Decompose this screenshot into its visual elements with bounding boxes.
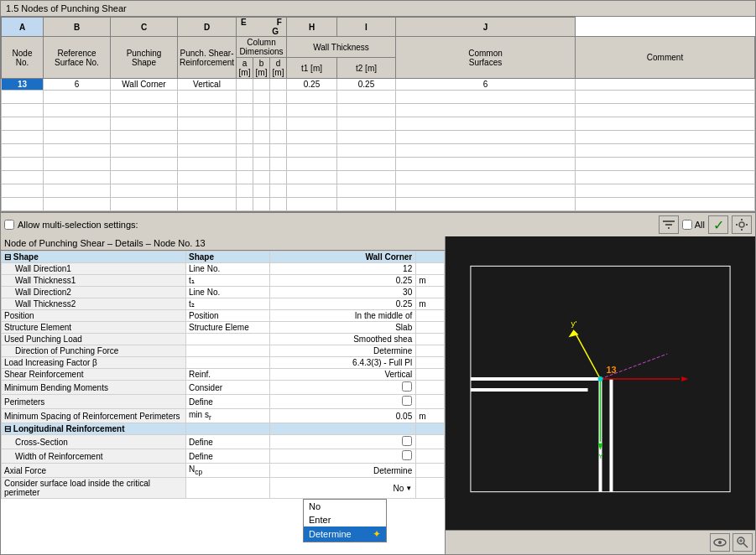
col2-width-reinf: Define	[186, 449, 270, 464]
cell-t2-m: 0.25	[337, 79, 396, 91]
empty-row-5	[2, 144, 755, 158]
header-ref-surface: ReferenceSurface No.	[44, 37, 111, 79]
val-wall-dir2: 30	[270, 287, 416, 298]
view-canvas: y' Y 13	[446, 236, 755, 530]
label-structure-element: Structure Element	[2, 322, 186, 334]
unit-punching-force	[416, 345, 445, 357]
col-e-letter: E F G	[237, 18, 287, 37]
svg-rect-7	[746, 224, 748, 226]
unit-punching-load	[416, 334, 445, 345]
val-shear-reinf: Vertical	[270, 369, 416, 381]
eye-icon	[713, 536, 727, 549]
col2-punching-force	[186, 345, 270, 357]
cell-ref-surface: 6	[44, 79, 111, 91]
row-min-spacing: Minimum Spacing of Reinforcement Perimet…	[2, 409, 445, 423]
unit-shear-reinf	[416, 369, 445, 381]
label-wall-thick1: Wall Thickness1	[2, 275, 186, 287]
label-surface-load: Consider surface load inside the critica…	[2, 478, 186, 499]
col2-wall-thick1: t₁	[186, 275, 270, 287]
details-table-container: ⊟ Shape Shape Wall Corner Wall Direction…	[1, 251, 445, 554]
zoom-button[interactable]	[733, 533, 753, 552]
section-long-reinf: ⊟ Longitudinal Reinforcement	[2, 423, 445, 435]
label-position: Position	[2, 310, 186, 322]
header-a-m: a [m]	[237, 58, 253, 79]
section-long-reinf-label: ⊟ Longitudinal Reinforcement	[2, 423, 186, 435]
row-load-factor: Load Increasing Factor β 6.4.3(3) - Full…	[2, 357, 445, 369]
unit-position	[416, 310, 445, 322]
multi-selection-label: Allow multi-selection settings:	[18, 220, 138, 230]
header-common-surfaces: CommonSurfaces	[396, 37, 576, 79]
label-min-bending: Minimum Bending Moments	[2, 381, 186, 395]
settings-button[interactable]	[732, 215, 752, 234]
label-wall-dir1: Wall Direction1	[2, 263, 186, 275]
header-b-m: b [m]	[253, 58, 270, 79]
svg-point-3	[739, 222, 744, 227]
window-title: 1.5 Nodes of Punching Shear	[6, 3, 127, 13]
header-d-m: d [m]	[270, 58, 287, 79]
eye-button[interactable]	[710, 533, 730, 552]
sparkle-icon: ✦	[373, 528, 381, 540]
width-reinf-checkbox[interactable]	[402, 450, 412, 460]
val-position: In the middle of	[270, 310, 416, 322]
section-shape-label: ⊟ Shape	[2, 252, 186, 263]
val-punching-force: Determine	[270, 345, 416, 357]
val-wall-dir1: 12	[270, 263, 416, 275]
unit-perimeters	[416, 395, 445, 409]
confirm-button[interactable]: ✓	[708, 215, 728, 234]
col-header-row: NodeNo. ReferenceSurface No. PunchingSha…	[2, 37, 755, 58]
dropdown-menu: No Enter Determine ✦	[303, 499, 387, 542]
unit-axial-force	[416, 464, 445, 478]
unit-wall-thick2: m	[416, 298, 445, 310]
cross-section-checkbox[interactable]	[402, 436, 412, 446]
col2-cross-section: Define	[186, 435, 270, 449]
min-bending-checkbox[interactable]	[402, 381, 412, 392]
col2-wall-dir2: Line No.	[186, 287, 270, 298]
all-checkbox[interactable]	[682, 220, 692, 230]
svg-text:13: 13	[606, 365, 616, 375]
empty-row-7	[2, 171, 755, 184]
view-panel: y' Y 13	[446, 236, 755, 554]
section-shape-col2: Shape	[186, 252, 270, 263]
svg-rect-2	[668, 227, 670, 229]
svg-rect-0	[663, 220, 675, 222]
filter-button[interactable]	[659, 215, 679, 234]
val-perimeters	[270, 395, 416, 409]
dropdown-option-no[interactable]: No	[304, 500, 386, 513]
dropdown-option-enter[interactable]: Enter	[304, 513, 386, 526]
row-structure-element: Structure Element Structure Eleme Slab	[2, 322, 445, 334]
label-punching-force: Direction of Punching Force	[2, 345, 186, 357]
row-wall-dir1: Wall Direction1 Line No. 12	[2, 263, 445, 275]
col2-surface-load	[186, 478, 270, 499]
view-toolbar	[446, 530, 755, 554]
header-t1-m: t1 [m]	[287, 58, 337, 79]
nodes-table: A B C D E F G H I J NodeNo. ReferenceSur…	[1, 17, 755, 211]
table-row[interactable]: 13 6 Wall Corner Vertical 0.25 0.25 6	[2, 79, 755, 91]
unit-structure-element	[416, 322, 445, 334]
col2-perimeters: Define	[186, 395, 270, 409]
empty-row-2	[2, 104, 755, 117]
val-width-reinf	[270, 449, 416, 464]
label-axial-force: Axial Force	[2, 464, 186, 478]
label-punching-load: Used Punching Load	[2, 334, 186, 345]
determine-label: Determine	[309, 529, 352, 539]
unit-min-bending	[416, 381, 445, 395]
perimeters-checkbox[interactable]	[402, 396, 412, 406]
section-long-reinf-unit	[416, 423, 445, 435]
multi-selection-checkbox[interactable]	[4, 220, 14, 230]
label-perimeters: Perimeters	[2, 395, 186, 409]
row-punching-force: Direction of Punching Force Determine	[2, 345, 445, 357]
col2-structure-element: Structure Eleme	[186, 322, 270, 334]
col-a-letter: A	[2, 18, 44, 37]
unit-cross-section	[416, 435, 445, 449]
dropdown-option-determine[interactable]: Determine ✦	[304, 526, 386, 542]
header-col-dim: Column Dimensions	[237, 37, 287, 58]
header-t2-m: t2 [m]	[337, 58, 396, 79]
toolbar-row: Allow multi-selection settings: All ✓	[1, 212, 755, 236]
val-surface-load: No ▼	[270, 478, 416, 499]
empty-row-8	[2, 184, 755, 198]
header-wall-thickness: Wall Thickness	[287, 37, 396, 58]
settings-icon	[735, 218, 748, 231]
cell-t1-m: 0.25	[287, 79, 337, 91]
unit-wall-dir2	[416, 287, 445, 298]
col-b-letter: B	[44, 18, 111, 37]
